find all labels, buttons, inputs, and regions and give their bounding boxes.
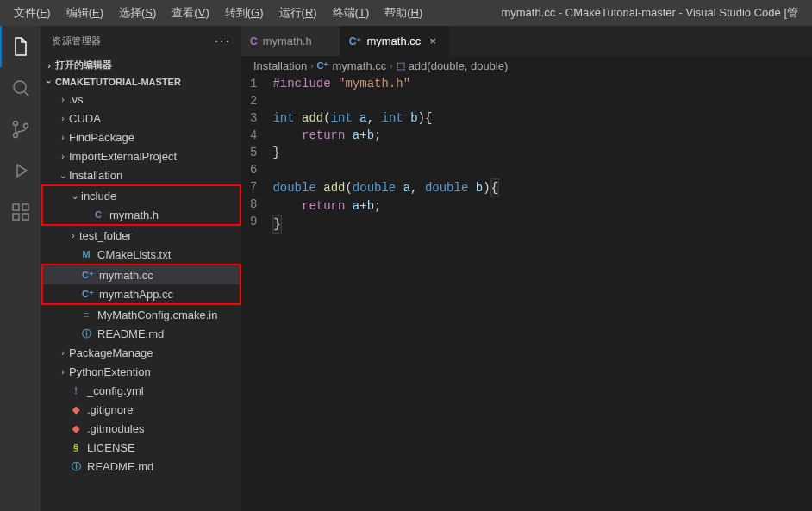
svg-point-1 (14, 122, 18, 126)
breadcrumb-icon: ⬚ (397, 60, 405, 72)
folder-item[interactable]: ›PythonExtention (41, 362, 241, 381)
file-type-icon: § (69, 440, 83, 454)
chevron-right-icon: › (57, 367, 69, 377)
code-line[interactable]: return a+b; (272, 127, 803, 144)
file-item[interactable]: ›◆.gitignore (41, 400, 241, 419)
folder-item[interactable]: ›PackageManage (41, 343, 241, 362)
tab-mymath-cc[interactable]: C⁺mymath.cc× (340, 26, 450, 56)
menu-h[interactable]: 帮助(H) (378, 2, 429, 24)
menu-v[interactable]: 查看(V) (165, 2, 215, 24)
svg-point-0 (14, 81, 26, 93)
menu-s[interactable]: 选择(S) (112, 2, 163, 24)
tree-item-label: .gitignore (87, 403, 133, 416)
line-gutter: 123456789 (241, 75, 272, 234)
folder-item[interactable]: ›ImportExternalProject (41, 146, 241, 165)
code-line[interactable]: } (272, 144, 803, 161)
tree-item-label: MyMathConfig.cmake.in (97, 308, 217, 321)
activity-scm[interactable] (0, 109, 41, 150)
code-area[interactable]: 123456789 #include "mymath.h" int add(in… (241, 75, 812, 234)
folder-item[interactable]: ⌄Installation (41, 165, 241, 184)
breadcrumb-item[interactable]: mymath.cc (332, 59, 386, 72)
tree-item-label: PythonExtention (69, 365, 151, 378)
activity-extensions[interactable] (0, 191, 41, 233)
open-editors-header[interactable]: › 打开的编辑器 (41, 56, 241, 74)
chevron-down-icon: ⌄ (57, 171, 69, 180)
activity-explorer[interactable] (0, 26, 41, 67)
titlebar: 文件(F)编辑(E)选择(S)查看(V)转到(G)运行(R)终端(T)帮助(H)… (0, 0, 812, 26)
line-number: 5 (250, 144, 257, 161)
file-tree: ›.vs›CUDA›FindPackage›ImportExternalProj… (41, 90, 241, 511)
menu-e[interactable]: 编辑(E) (59, 2, 110, 24)
tree-item-label: CMakeLists.txt (97, 248, 171, 261)
code-line[interactable]: int add(int a, int b){ (272, 109, 803, 127)
code-line[interactable] (272, 92, 803, 109)
file-item[interactable]: ›Cmymath.h (43, 205, 240, 224)
tree-item-label: LICENSE (87, 441, 135, 454)
folder-item[interactable]: ›FindPackage (41, 128, 241, 146)
window-title: mymath.cc - CMakeTutorial-master - Visua… (429, 5, 805, 21)
file-type-icon: C (91, 208, 105, 221)
file-type-icon: ⓘ (79, 327, 93, 340)
activity-search[interactable] (0, 67, 41, 109)
folder-item[interactable]: ›test_folder (41, 226, 241, 245)
close-icon[interactable]: × (426, 34, 440, 47)
code-lines[interactable]: #include "mymath.h" int add(int a, int b… (272, 75, 812, 234)
tree-item-label: mymath.h (109, 209, 159, 221)
open-editors-label: 打开的编辑器 (55, 59, 112, 72)
code-line[interactable] (272, 161, 803, 178)
chevron-right-icon: › (57, 152, 69, 161)
project-label: CMAKETUTORIAL-MASTER (55, 77, 181, 87)
menu-r[interactable]: 运行(R) (272, 2, 324, 24)
main: 资源管理器 ··· › 打开的编辑器 › CMAKETUTORIAL-MASTE… (0, 26, 812, 511)
file-type-icon: M (79, 247, 93, 261)
chevron-right-icon: › (57, 133, 69, 142)
breadcrumbs[interactable]: Installation›C⁺mymath.cc›⬚add(double, do… (241, 56, 812, 75)
breadcrumb-item[interactable]: add(double, double) (409, 59, 509, 72)
folder-item[interactable]: ›CUDA (41, 109, 241, 128)
breadcrumb-icon: C⁺ (317, 60, 329, 72)
menu-f[interactable]: 文件(F) (7, 2, 58, 24)
file-item[interactable]: ›◆.gitmodules (41, 419, 241, 438)
sidebar: 资源管理器 ··· › 打开的编辑器 › CMAKETUTORIAL-MASTE… (41, 26, 241, 511)
code-line[interactable]: return a+b; (272, 197, 803, 215)
sidebar-more-button[interactable]: ··· (215, 34, 231, 49)
files-icon (10, 36, 31, 57)
tree-item-label: .gitmodules (87, 422, 144, 435)
line-number: 8 (250, 196, 257, 213)
file-item[interactable]: ›!_config.yml (41, 381, 241, 400)
svg-point-2 (14, 134, 18, 138)
search-icon (10, 78, 31, 98)
menu-g[interactable]: 转到(G) (218, 2, 271, 24)
project-header[interactable]: › CMAKETUTORIAL-MASTER (41, 74, 241, 90)
sidebar-title: 资源管理器 (52, 34, 102, 47)
file-item[interactable]: ›≡MyMathConfig.cmake.in (41, 305, 241, 324)
file-item[interactable]: ›C⁺mymathApp.cc (43, 284, 240, 303)
tab-label: mymath.cc (366, 34, 421, 47)
chevron-right-icon: › (43, 60, 55, 71)
folder-item[interactable]: ⌄include (43, 186, 240, 205)
file-item[interactable]: ›ⓘREADME.md (41, 324, 241, 343)
folder-item[interactable]: ›.vs (41, 90, 241, 109)
editor: Cmymath.h×C⁺mymath.cc× Installation›C⁺my… (241, 26, 812, 511)
code-line[interactable]: #include "mymath.h" (272, 75, 803, 92)
activity-debug[interactable] (0, 150, 41, 191)
code-line[interactable]: } (272, 215, 803, 234)
file-item[interactable]: ›ⓘREADME.md (41, 457, 241, 476)
chevron-right-icon: › (57, 348, 69, 358)
tree-item-label: mymath.cc (99, 269, 153, 282)
branch-icon (10, 119, 31, 140)
code-line[interactable]: double add(double a, double b){ (272, 178, 803, 197)
file-item[interactable]: ›MCMakeLists.txt (41, 245, 241, 264)
file-item[interactable]: ›§LICENSE (41, 438, 241, 457)
file-type-icon: C⁺ (349, 35, 362, 47)
breadcrumb-separator-icon: › (310, 61, 313, 71)
breadcrumb-item[interactable]: Installation (253, 59, 307, 72)
chevron-right-icon: › (57, 114, 69, 123)
tree-item-label: README.md (87, 460, 153, 473)
menu-t[interactable]: 终端(T) (326, 2, 377, 24)
file-item[interactable]: ›C⁺mymath.cc (43, 265, 240, 284)
file-type-icon: ≡ (79, 308, 93, 321)
tab-mymath-h[interactable]: Cmymath.h× (241, 26, 340, 56)
tree-item-label: Installation (69, 169, 122, 182)
line-number: 6 (250, 161, 257, 178)
